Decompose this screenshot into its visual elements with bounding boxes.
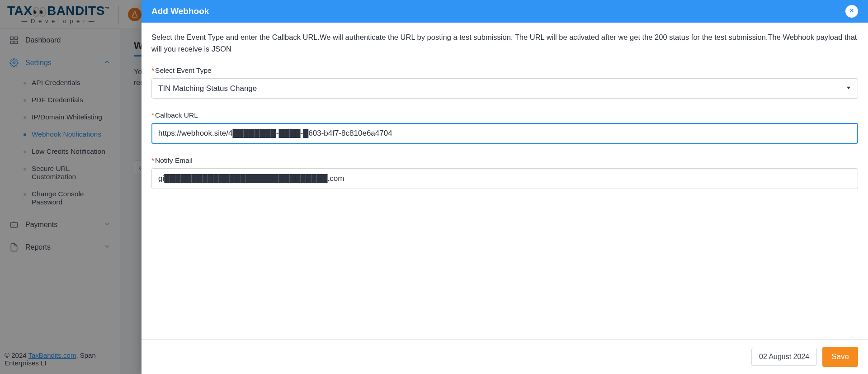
close-icon [849, 7, 855, 15]
close-button[interactable] [845, 5, 858, 18]
modal-title: Add Webhook [151, 6, 209, 16]
modal-footer: 02 August 2024 Save [142, 339, 868, 374]
field-callback-url: *Callback URL [151, 111, 858, 144]
modal-body: Select the Event Type and enter the Call… [142, 23, 868, 339]
label-text: Callback URL [155, 111, 198, 119]
event-type-select[interactable]: TIN Matching Status Change [151, 78, 858, 99]
field-notify-email: *Notify Email [151, 156, 858, 189]
field-event-type: *Select Event Type TIN Matching Status C… [151, 66, 858, 99]
label-text: Select Event Type [155, 66, 212, 74]
save-button[interactable]: Save [822, 347, 858, 367]
notify-email-input[interactable] [151, 168, 858, 189]
label-text: Notify Email [155, 156, 193, 164]
callback-url-input[interactable] [151, 123, 858, 144]
notify-email-label: *Notify Email [151, 156, 858, 165]
event-type-label: *Select Event Type [151, 66, 858, 75]
modal-header: Add Webhook [142, 0, 868, 23]
callback-url-label: *Callback URL [151, 111, 858, 119]
date-chip: 02 August 2024 [751, 348, 817, 366]
modal-overlay[interactable]: Add Webhook Select the Event Type and en… [0, 0, 868, 374]
add-webhook-modal: Add Webhook Select the Event Type and en… [142, 0, 868, 374]
modal-intro: Select the Event Type and enter the Call… [151, 32, 858, 55]
